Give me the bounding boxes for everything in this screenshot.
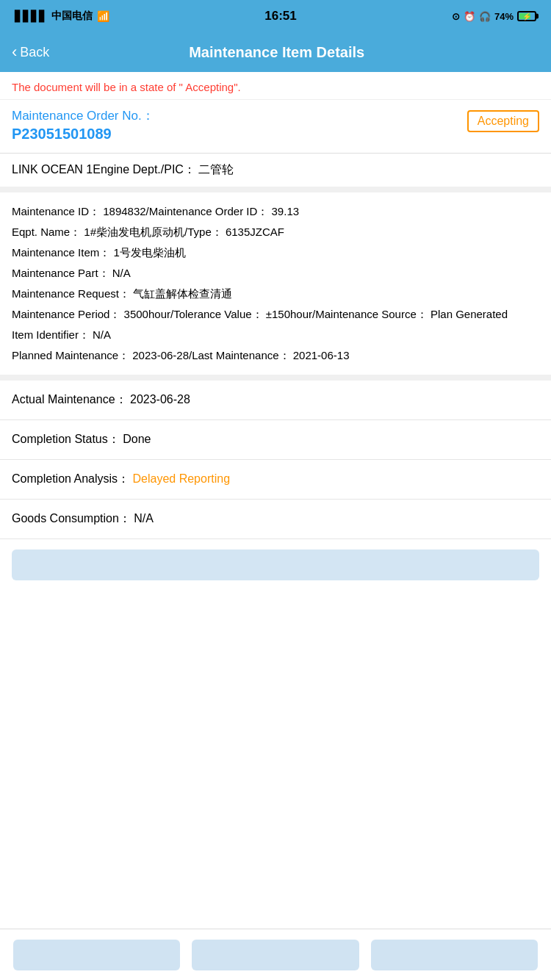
actual-maintenance-label: Actual Maintenance： [12,393,130,406]
goods-consumption-row: Goods Consumption： N/A [0,500,551,539]
alert-banner: The document will be in a state of " Acc… [0,72,551,100]
back-arrow-icon: ‹ [12,43,17,62]
ship-info-text: LINK OCEAN 1Engine Dept./PIC： 二管轮 [12,163,234,176]
battery-icon: ⚡ [517,11,536,21]
tab-item-2[interactable] [192,940,359,970]
planned-maintenance-row: Planned Maintenance： 2023-06-28/Last Mai… [12,347,539,364]
back-button[interactable]: ‹ Back [12,43,49,62]
completion-analysis-label: Completion Analysis： [12,472,133,485]
completion-status-label: Completion Status： [12,433,123,445]
status-right: ⊙ ⏰ 🎧 74% ⚡ [452,11,536,22]
bottom-area [0,539,551,595]
maintenance-request-row: Maintenance Request： 气缸盖解体检查清通 [12,285,539,303]
order-no-value: P23051501089 [12,126,154,143]
location-icon: ⊙ [452,11,460,22]
back-label: Back [20,45,49,60]
signal-icon: ▋▋▋▋ [15,10,47,22]
maintenance-part-row: Maintenance Part： N/A [12,264,539,282]
goods-consumption-label: Goods Consumption： [12,512,134,525]
goods-consumption-value: N/A [134,512,154,525]
fields-section: Actual Maintenance： 2023-06-28 Completio… [0,381,551,539]
completion-analysis-value: Delayed Reporting [133,472,231,485]
page-title: Maintenance Item Details [58,44,539,61]
item-identifier-row: Item Identifier： N/A [12,326,539,344]
carrier-label: 中国电信 [51,10,93,23]
actual-maintenance-value: 2023-06-28 [130,393,190,406]
details-section: Maintenance ID： 1894832/Maintenance Orde… [0,192,551,381]
maintenance-period-row: Maintenance Period： 3500hour/Tolerance V… [12,306,539,323]
battery-percent: 74% [494,11,514,22]
bottom-btn-row-1 [12,550,539,580]
tab-bar [0,929,551,980]
headphone-icon: 🎧 [479,11,491,22]
order-header: Maintenance Order No.： P23051501089 Acce… [0,100,551,154]
status-bar: ▋▋▋▋ 中国电信 📶 16:51 ⊙ ⏰ 🎧 74% ⚡ [0,0,551,32]
eqpt-name-row: Eqpt. Name： 1#柴油发电机原动机/Type： 6135JZCAF [12,223,539,241]
action-button-1[interactable] [12,550,539,580]
order-info: Maintenance Order No.： P23051501089 [12,107,154,143]
nav-bar: ‹ Back Maintenance Item Details [0,32,551,72]
alert-text: The document will be in a state of " Acc… [12,79,539,95]
alarm-icon: ⏰ [464,11,475,22]
completion-status-value: Done [123,433,151,445]
wifi-icon: 📶 [97,10,109,22]
ship-info: LINK OCEAN 1Engine Dept./PIC： 二管轮 [0,154,551,192]
actual-maintenance-row: Actual Maintenance： 2023-06-28 [0,381,551,420]
completion-status-row: Completion Status： Done [0,420,551,460]
tab-item-3[interactable] [371,940,538,970]
order-no-label: Maintenance Order No.： [12,107,154,124]
status-left: ▋▋▋▋ 中国电信 📶 [15,10,109,23]
tab-item-1[interactable] [13,940,180,970]
completion-analysis-row: Completion Analysis： Delayed Reporting [0,460,551,500]
accepting-badge: Accepting [467,110,539,132]
status-time: 16:51 [264,9,296,24]
maintenance-id-row: Maintenance ID： 1894832/Maintenance Orde… [12,203,539,220]
maintenance-item-row: Maintenance Item： 1号发电柴油机 [12,244,539,262]
